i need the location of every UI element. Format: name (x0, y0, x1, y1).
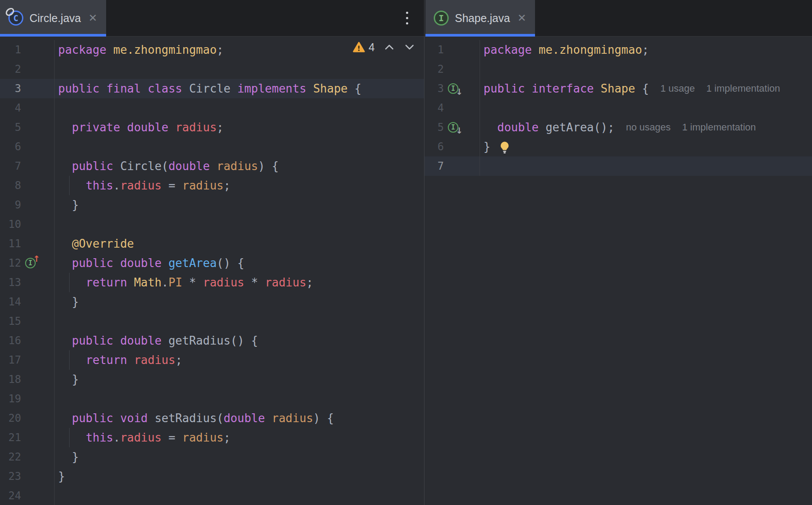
line-number[interactable]: 9 (0, 195, 21, 215)
code-line[interactable]: 18 } (0, 370, 424, 389)
code-line[interactable]: 2 (0, 59, 424, 79)
code-token (58, 350, 86, 370)
code-editor-circle[interactable]: 4 1package me.zhongmingmao;23public fina… (0, 37, 424, 505)
code-line[interactable]: 7 public Circle(double radius) { (0, 156, 424, 176)
code-line[interactable]: 21 this.radius = radius; (0, 428, 424, 447)
code-token: radius (217, 156, 258, 176)
line-number[interactable]: 24 (0, 486, 21, 505)
code-line[interactable]: 14 } (0, 292, 424, 312)
code-token: ; (224, 176, 231, 195)
code-line[interactable]: 2 (424, 59, 812, 79)
gutter: 18 (0, 370, 55, 389)
line-number[interactable]: 17 (0, 350, 21, 370)
code-line[interactable]: 15 (0, 312, 424, 331)
code-line[interactable]: 8 this.radius = radius; (0, 176, 424, 195)
gutter-icon-slot: I↓ (444, 83, 480, 94)
code-line[interactable]: 22 } (0, 447, 424, 467)
line-number[interactable]: 5 (0, 118, 21, 137)
more-options-icon[interactable] (403, 9, 411, 27)
code-line[interactable]: 9 } (0, 195, 424, 215)
line-number[interactable]: 6 (0, 137, 21, 156)
line-number[interactable]: 19 (0, 389, 21, 408)
line-number[interactable]: 16 (0, 331, 21, 350)
line-number[interactable]: 4 (424, 98, 444, 118)
code-line[interactable]: 5 private double radius; (0, 118, 424, 137)
line-number[interactable]: 5 (424, 118, 444, 137)
line-number[interactable]: 4 (0, 98, 21, 118)
line-number[interactable]: 14 (0, 292, 21, 312)
code-line[interactable]: 24 (0, 486, 424, 505)
line-number[interactable]: 3 (0, 79, 21, 98)
code-line[interactable]: 5I↓ double getArea();no usages1 implemen… (424, 118, 812, 137)
inlay-hint[interactable]: 1 implementation (706, 83, 780, 94)
code-line[interactable]: 1package me.zhongmingmao; (0, 40, 424, 59)
code-line[interactable]: 13 return Math.PI * radius * radius; (0, 273, 424, 292)
line-number[interactable]: 7 (424, 156, 444, 176)
java-class-icon: C (8, 10, 24, 26)
code-line[interactable]: 4 (0, 98, 424, 118)
line-number[interactable]: 3 (424, 79, 444, 98)
code-token: ; (306, 273, 314, 292)
code-token (58, 273, 86, 292)
code-token: } (484, 137, 491, 156)
code-line[interactable]: 12I↑ public double getArea() { (0, 253, 424, 273)
code-text (55, 389, 424, 408)
gutter: 2 (0, 59, 55, 79)
code-line[interactable]: 1package me.zhongmingmao; (424, 40, 812, 59)
inlay-hint[interactable]: 1 implementation (682, 122, 756, 133)
code-line[interactable]: 19 (0, 389, 424, 408)
inlay-hint[interactable]: 1 usage (661, 83, 695, 94)
line-number[interactable]: 23 (0, 467, 21, 486)
code-token: . (162, 273, 169, 292)
line-number[interactable]: 1 (0, 40, 21, 59)
intention-bulb-icon[interactable] (499, 141, 510, 154)
line-number[interactable]: 8 (0, 176, 21, 195)
code-line[interactable]: 10 (0, 215, 424, 234)
code-line[interactable]: 17 return radius; (0, 350, 424, 370)
code-line[interactable]: 20 public void setRadius(double radius) … (0, 408, 424, 428)
gutter: 3I↓ (424, 79, 480, 98)
code-text (480, 156, 812, 176)
tab-shape-java[interactable]: I Shape.java ✕ (425, 0, 535, 36)
line-number[interactable]: 15 (0, 312, 21, 331)
line-number[interactable]: 11 (0, 234, 21, 253)
line-number[interactable]: 13 (0, 273, 21, 292)
code-line[interactable]: 3I↓public interface Shape {1 usage1 impl… (424, 79, 812, 98)
line-number[interactable]: 20 (0, 408, 21, 428)
code-line[interactable]: 3public final class Circle implements Sh… (0, 79, 424, 98)
code-line[interactable]: 6} (424, 137, 812, 156)
code-token: { (642, 79, 649, 98)
line-number[interactable]: 10 (0, 215, 21, 234)
inlay-hint[interactable]: no usages (626, 122, 671, 133)
code-editor-shape[interactable]: 1package me.zhongmingmao;23I↓public inte… (424, 37, 812, 505)
line-number[interactable]: 1 (424, 40, 444, 59)
close-tab-icon[interactable]: ✕ (89, 13, 97, 23)
line-number[interactable]: 6 (424, 137, 444, 156)
gutter: 13 (0, 273, 55, 292)
line-number[interactable]: 18 (0, 370, 21, 389)
implemented-icon[interactable]: I↓ (448, 83, 458, 94)
code-line[interactable]: 4 (424, 98, 812, 118)
line-number[interactable]: 2 (0, 59, 21, 79)
line-number[interactable]: 7 (0, 156, 21, 176)
code-token: Math (134, 273, 162, 292)
gutter: 20 (0, 408, 55, 428)
line-number[interactable]: 21 (0, 428, 21, 447)
code-line[interactable]: 6 (0, 137, 424, 156)
implemented-icon[interactable]: I↓ (448, 122, 458, 133)
line-number[interactable]: 2 (424, 59, 444, 79)
code-line[interactable]: 11 @Override (0, 234, 424, 253)
code-line[interactable]: 23} (0, 467, 424, 486)
code-token: radius (272, 408, 313, 428)
close-tab-icon[interactable]: ✕ (517, 13, 526, 23)
code-token: private double (72, 118, 175, 137)
overrides-method-icon[interactable]: I↑ (25, 258, 36, 268)
code-token (484, 118, 497, 137)
code-text: } (55, 370, 424, 389)
code-line[interactable]: 16 public double getRadius() { (0, 331, 424, 350)
tab-circle-java[interactable]: C Circle.java ✕ (0, 0, 106, 36)
line-number[interactable]: 22 (0, 447, 21, 467)
code-token (58, 408, 72, 428)
code-line[interactable]: 7 (424, 156, 812, 176)
line-number[interactable]: 12 (0, 253, 21, 273)
